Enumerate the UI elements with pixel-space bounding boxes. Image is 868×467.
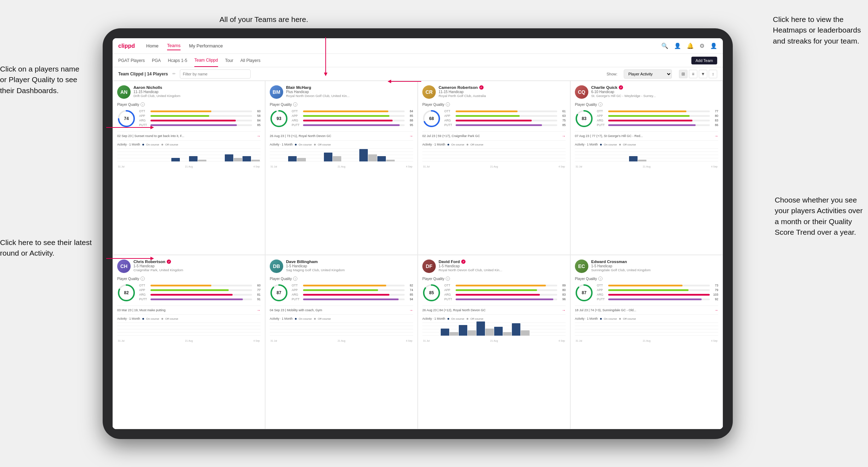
nav-icons: 🔍 👤 🔔 ⚙ 👤 [661, 42, 717, 49]
player-name[interactable]: Cameron Robertson✓ [439, 85, 566, 90]
activity-title: Activity · 1 Month [575, 317, 598, 320]
filter-input[interactable] [180, 69, 251, 79]
user-icon[interactable]: 👤 [674, 42, 681, 49]
player-handicap: 1-5 Handicap [286, 264, 413, 268]
player-card[interactable]: CR Cameron Robertson✓ 11-15 Handicap Roy… [418, 81, 570, 255]
nav-teams[interactable]: Teams [167, 41, 181, 50]
mini-chart: 31 Jul 21 Aug 4 Sep [270, 323, 413, 342]
quality-section[interactable]: 83 OTT77 APP80 ARG83 PUTT86 [575, 109, 718, 128]
player-name[interactable]: Edward Crossman [591, 260, 718, 264]
latest-activity[interactable]: 07 Aug 23 | 77 (+7), St George's Hill GC… [575, 131, 718, 138]
on-course-dot [600, 318, 602, 320]
quality-section[interactable]: 74 OTT60 APP58 ARG84 PUTT85 [117, 109, 261, 128]
player-card[interactable]: EC Edward Crossman 1-5 Handicap Sunningd… [570, 255, 723, 429]
stats-bars: OTT84 APP85 ARG88 PUTT95 [292, 109, 413, 128]
latest-activity-text: 02 Jul 23 | 59 (+17), Craigmillar Park G… [422, 134, 560, 138]
latest-activity-text: 03 Mar 23 | 19, Must make putting [117, 308, 255, 312]
activity-section: Activity · 1 Month On course Off course [422, 314, 566, 342]
settings-icon[interactable]: ⚙ [699, 42, 704, 49]
player-card[interactable]: BM Blair McHarg Plus Handicap Royal Nort… [265, 81, 418, 255]
player-info: Blair McHarg Plus Handicap Royal North D… [286, 85, 413, 98]
tab-all-players[interactable]: All Players [240, 54, 261, 67]
latest-arrow: → [714, 308, 718, 312]
info-icon: i [598, 277, 603, 281]
list-view-button[interactable]: ≡ [689, 70, 697, 78]
annotation-teams: All of your Teams are here. [219, 14, 308, 25]
quality-section[interactable]: 87 OTT82 APP74 ARG85 PUTT94 [270, 284, 413, 302]
avatar: CH [117, 260, 131, 273]
sub-nav: PGAT Players PGA Hcaps 1-5 Team Clippd T… [113, 54, 723, 67]
tab-team-clippd[interactable]: Team Clippd [194, 54, 218, 67]
player-info: Charlie Quick✓ 6-10 Handicap St. George'… [591, 85, 718, 98]
show-select[interactable]: Player Activity Quality Score Trend [624, 69, 672, 79]
player-club: Sag Maging Golf Club, United Kingdom [286, 268, 413, 272]
activity-title: Activity · 1 Month [270, 143, 293, 146]
nav-my-performance[interactable]: My Performance [189, 42, 223, 50]
player-name[interactable]: Charlie Quick✓ [591, 85, 718, 90]
quality-section[interactable]: 93 OTT84 APP85 ARG88 PUTT95 [270, 109, 413, 128]
tab-pga[interactable]: PGA [152, 54, 161, 67]
latest-activity[interactable]: 18 Jul 23 | 74 (+3), Sunningdale GC - Ol… [575, 306, 718, 312]
avatar: EC [575, 260, 588, 273]
grid-view-button[interactable]: ⊞ [679, 70, 687, 78]
latest-activity[interactable]: 03 Mar 23 | 19, Must make putting → [117, 306, 261, 312]
search-icon[interactable]: 🔍 [661, 42, 668, 49]
latest-activity[interactable]: 02 Sep 23 | Sunset round to get back int… [117, 131, 261, 138]
latest-arrow: → [257, 308, 261, 312]
activity-title: Activity · 1 Month [422, 143, 445, 146]
avatar-icon[interactable]: 👤 [710, 42, 717, 49]
player-name[interactable]: Aaron Nicholls [133, 85, 261, 90]
player-card[interactable]: DF David Ford✓ 1-5 Handicap Royal North … [418, 255, 570, 429]
latest-activity[interactable]: 26 Aug 23 | 84 (+12), Royal North Devon … [422, 306, 566, 312]
tab-tour[interactable]: Tour [225, 54, 233, 67]
player-card[interactable]: DB Dave Billingham 1-5 Handicap Sag Magi… [265, 255, 418, 429]
mini-chart: 31 Jul 21 Aug 4 Sep [117, 323, 261, 342]
player-card-header: CH Chris Robertson✓ 1-5 Handicap Craigmi… [117, 260, 261, 273]
player-handicap: 6-10 Handicap [591, 90, 718, 94]
activity-section: Activity · 1 Month On course Off course [270, 314, 413, 342]
circle-score: 93 [270, 109, 288, 128]
verified-badge: ✓ [167, 260, 171, 264]
bell-icon[interactable]: 🔔 [687, 42, 694, 49]
quality-section[interactable]: 87 OTT73 APP79 ARG103 PUTT92 [575, 284, 718, 302]
sort-view-button[interactable]: ↕ [709, 70, 717, 78]
quality-section[interactable]: 85 OTT89 APP80 ARG83 PUTT96 [422, 284, 566, 302]
player-name[interactable]: David Ford✓ [439, 260, 566, 264]
latest-arrow: → [409, 134, 413, 138]
latest-activity-text: 02 Sep 23 | Sunset round to get back int… [117, 134, 255, 138]
svg-text:82: 82 [124, 290, 129, 295]
mini-chart: 31 Jul 21 Aug 4 Sep [270, 148, 413, 168]
mini-chart: 31 Jul 21 Aug 4 Sep [575, 323, 718, 342]
latest-activity[interactable]: 04 Sep 23 | Mobility with coach, Gym → [270, 306, 413, 312]
player-card[interactable]: CQ Charlie Quick✓ 6-10 Handicap St. Geor… [570, 81, 723, 255]
off-course-label: Off course [318, 143, 331, 146]
quality-section[interactable]: 82 OTT60 APP77 ARG81 PUTT91 [117, 284, 261, 302]
stats-bars: OTT61 APP63 ARG75 PUTT85 [444, 109, 566, 128]
player-name[interactable]: Blair McHarg [286, 85, 413, 90]
latest-activity[interactable]: 02 Jul 23 | 59 (+17), Craigmillar Park G… [422, 131, 566, 138]
latest-activity[interactable]: 26 Aug 23 | 73 (+1), Royal North Devon G… [270, 131, 413, 138]
activity-section: Activity · 1 Month On course Off course [117, 140, 261, 168]
info-icon: i [293, 102, 297, 107]
circle-score: 83 [575, 109, 593, 128]
activity-title: Activity · 1 Month [117, 143, 140, 146]
player-club: St. George's Hill GC - Weybridge - Surre… [591, 94, 718, 98]
nav-logo[interactable]: clippd [118, 43, 135, 49]
tab-hcaps[interactable]: Hcaps 1-5 [168, 54, 187, 67]
quality-section[interactable]: 68 OTT61 APP63 ARG75 PUTT85 [422, 109, 566, 128]
player-card-header: DF David Ford✓ 1-5 Handicap Royal North … [422, 260, 566, 273]
player-info: Cameron Robertson✓ 11-15 Handicap Royal … [439, 85, 566, 98]
tab-pgat[interactable]: PGAT Players [118, 54, 145, 67]
edit-icon[interactable]: ✏ [172, 72, 176, 76]
player-card[interactable]: CH Chris Robertson✓ 1-5 Handicap Craigmi… [113, 255, 265, 429]
player-name[interactable]: Dave Billingham [286, 260, 413, 264]
filter-view-button[interactable]: ▼ [699, 70, 707, 78]
player-name[interactable]: Chris Robertson✓ [133, 260, 261, 264]
latest-activity-text: 04 Sep 23 | Mobility with coach, Gym [270, 308, 408, 312]
player-card[interactable]: AN Aaron Nicholls 11-15 Handicap Drift G… [113, 81, 265, 255]
nav-home[interactable]: Home [146, 42, 159, 50]
avatar: AN [117, 85, 131, 99]
player-card-header: AN Aaron Nicholls 11-15 Handicap Drift G… [117, 85, 261, 99]
info-icon: i [293, 277, 297, 281]
add-team-button[interactable]: Add Team [691, 57, 717, 64]
